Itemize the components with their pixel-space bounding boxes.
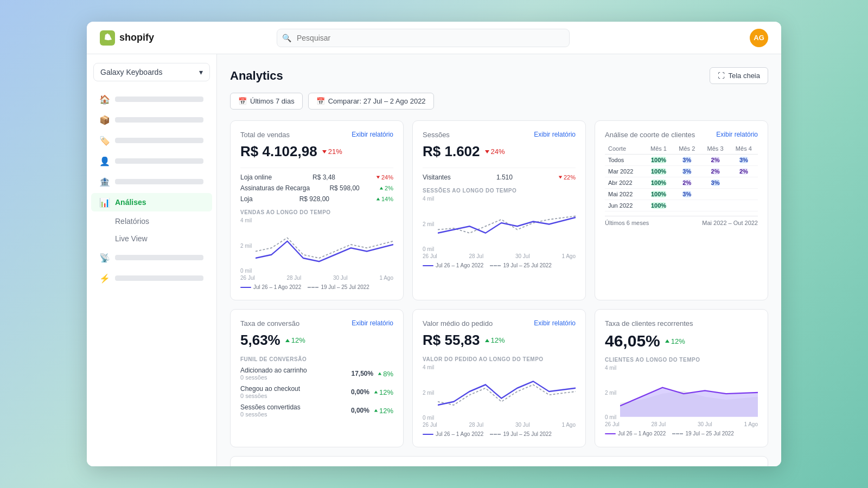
- total-vendas-rows: Loja online R$ 3,48 24% Assinaturas de R…: [240, 168, 393, 203]
- cell-mar-m3: 2%: [711, 168, 720, 175]
- svg-marker-2: [380, 187, 383, 190]
- sidebar-item-orders[interactable]: 📦: [91, 111, 212, 129]
- legend-previous: 19 Jul – 25 Jul 2022: [308, 284, 369, 290]
- svg-marker-9: [374, 409, 378, 412]
- filter-compare-button[interactable]: 📅 Comparar: 27 Jul – 2 Ago 2022: [308, 93, 434, 110]
- funnel-sub-checkout: 0 sessões: [240, 393, 347, 399]
- svg-marker-6: [285, 339, 290, 342]
- sessoes-x-axis: 26 Jul28 Jul30 Jul1 Ago: [423, 253, 576, 259]
- filter-date-button[interactable]: 📅 Últimos 7 dias: [230, 93, 303, 110]
- conversao-link[interactable]: Exibir relatório: [352, 319, 393, 327]
- recorrentes-value: 46,05% 12%: [605, 332, 758, 350]
- total-vendas-link[interactable]: Exibir relatório: [352, 131, 393, 138]
- sidebar-item-home[interactable]: 🏠: [91, 90, 212, 108]
- card-clientes-recorrentes: Taxa de clientes recorrentes 46,05% 12% …: [595, 309, 768, 447]
- fullscreen-icon: ⛶: [718, 72, 725, 80]
- sessoes-chart-label: SESSÕES AO LONGO DO TEMPO: [423, 188, 576, 194]
- cell-abr-m2: 2%: [682, 179, 691, 186]
- logo-text: shopify: [119, 32, 154, 43]
- compare-icon: 📅: [316, 97, 325, 105]
- card-row-loja-online: Loja online R$ 3,48 24%: [240, 174, 393, 181]
- funnel-sub-carrinho: 0 sessões: [240, 374, 347, 381]
- cell-mar-m2: 3%: [682, 168, 691, 175]
- cell-jun-m1: 100%: [651, 202, 666, 209]
- total-vendas-value: R$ 4.102,98 21%: [240, 143, 393, 160]
- sessoes-link[interactable]: Exibir relatório: [534, 131, 576, 138]
- funnel-row-carrinho: Adicionado ao carrinho 0 sessões 17,50% …: [240, 367, 393, 381]
- valor-medio-link[interactable]: Exibir relatório: [534, 319, 576, 327]
- funnel-label-carrinho: Adicionado ao carrinho: [240, 367, 347, 374]
- recorrentes-chart-wrap: 4 mil2 mil0 mil: [605, 365, 758, 420]
- card-coorte: Análise de coorte de clientes Exibir rel…: [595, 120, 768, 300]
- sidebar-item-products[interactable]: 🏷️: [91, 131, 212, 150]
- valor-medio-badge: 12%: [484, 336, 505, 344]
- page-header: Analytics ⛶ Tela cheia: [230, 67, 768, 84]
- sessoes-badge: 24%: [484, 147, 505, 156]
- svg-marker-4: [485, 150, 489, 153]
- search-icon: 🔍: [282, 34, 291, 42]
- valor-medio-value: R$ 55,83 12%: [423, 332, 576, 349]
- valor-medio-chart-wrap: 4 mil2 mil0 mil: [423, 364, 576, 421]
- recorrentes-legend-current: Jul 26 – 1 Ago 2022: [605, 431, 666, 436]
- card-sessoes: Sessões Exibir relatório R$ 1.602 24% Vi…: [412, 120, 586, 300]
- chevron-down-icon: ▾: [199, 68, 203, 76]
- content-area: Analytics ⛶ Tela cheia 📅 Últimos 7 dias …: [217, 54, 781, 466]
- recorrentes-chart: [620, 369, 758, 418]
- coorte-col-m1: Mês 1: [644, 143, 673, 155]
- search-bar[interactable]: 🔍: [277, 29, 570, 47]
- coorte-link[interactable]: Exibir relatório: [716, 131, 758, 138]
- valor-medio-legend-previous: 19 Jul – 25 Jul 2022: [490, 431, 552, 437]
- sidebar-sub-liveview[interactable]: Live View: [91, 231, 212, 246]
- avatar[interactable]: AG: [750, 29, 768, 47]
- analytics-icon: 📊: [100, 197, 110, 207]
- sidebar-item-apps[interactable]: ⚡: [91, 269, 212, 287]
- coorte-footer-left: Últimos 6 meses: [605, 220, 649, 226]
- sidebar-item-customers[interactable]: 👤: [91, 152, 212, 170]
- sidebar-item-finances[interactable]: 🏦: [91, 172, 212, 191]
- funnel-title: FUNIL DE CONVERSÃO: [240, 356, 393, 362]
- recorrentes-y-axis: 4 mil2 mil0 mil: [605, 365, 616, 420]
- cell-todos-m4: 3%: [739, 157, 748, 163]
- sidebar-item-analytics[interactable]: 📊 Análises: [91, 193, 212, 211]
- store-name: Galaxy Keyboards: [100, 68, 162, 76]
- card-recorrentes-header: Taxa de clientes recorrentes: [605, 319, 758, 328]
- search-input[interactable]: [277, 29, 570, 47]
- funnel-badge-carrinho: 8%: [378, 370, 393, 378]
- coorte-table: Coorte Mês 1 Mês 2 Mês 3 Mês 4 Todos 100…: [605, 143, 758, 211]
- coorte-row-abr: Abr 2022: [605, 177, 644, 189]
- funnel-sub-convertidas: 0 sessões: [240, 411, 347, 418]
- funnel-pct-convertidas: 0,00%: [351, 407, 369, 414]
- card-sessoes-header: Sessões Exibir relatório: [423, 131, 576, 139]
- svg-marker-3: [376, 198, 380, 201]
- total-vendas-legend: Jul 26 – 1 Ago 2022 19 Jul – 25 Jul 2022: [240, 284, 393, 290]
- sessoes-chart: [438, 196, 576, 250]
- coorte-col-m3: Mês 3: [701, 143, 729, 155]
- sidebar-label-apps: [115, 275, 203, 281]
- coorte-row-todos: Todos: [605, 155, 644, 166]
- card-valor-medio-header: Valor médio do pedido Exibir relatório: [423, 319, 576, 328]
- cards-grid: Total de vendas Exibir relatório R$ 4.10…: [230, 120, 768, 466]
- cell-abr-m1: 100%: [651, 179, 666, 186]
- cell-abr-m3: 3%: [711, 179, 720, 186]
- products-icon: 🏷️: [100, 136, 110, 145]
- coorte-title: Análise de coorte de clientes: [605, 131, 695, 139]
- sidebar-label-marketing: [115, 255, 203, 260]
- sidebar-item-marketing[interactable]: 📡: [91, 248, 212, 267]
- svg-marker-10: [485, 339, 489, 342]
- svg-marker-5: [559, 176, 562, 179]
- total-vendas-chart-wrap: 4 mil2 mil0 mil: [240, 217, 393, 274]
- funnel-label-checkout: Chegou ao checkout: [240, 385, 347, 393]
- card-total-vendas-header: Total de vendas Exibir relatório: [240, 131, 393, 139]
- valor-medio-title: Valor médio do pedido: [423, 319, 493, 328]
- sidebar-sub-relatorios[interactable]: Relatórios: [91, 214, 212, 229]
- sessoes-legend-previous: 19 Jul – 25 Jul 2022: [490, 262, 552, 268]
- calendar-icon: 📅: [238, 97, 247, 105]
- funnel-row-checkout: Chegou ao checkout 0 sessões 0,00% 12%: [240, 385, 393, 399]
- marketing-icon: 📡: [100, 253, 110, 262]
- fullscreen-button[interactable]: ⛶ Tela cheia: [710, 67, 768, 84]
- cell-todos-m3: 2%: [711, 157, 720, 163]
- store-selector[interactable]: Galaxy Keyboards ▾: [93, 63, 210, 81]
- total-vendas-chart: [256, 217, 393, 272]
- sidebar-label-analytics: Análises: [115, 198, 146, 207]
- home-icon: 🏠: [100, 94, 110, 104]
